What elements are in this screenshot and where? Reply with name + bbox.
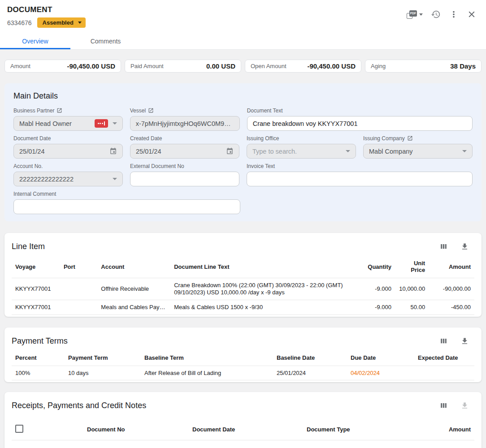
external-link-icon[interactable] [148,108,154,113]
chevron-down-icon [113,122,117,125]
main-details-section: Main Details Business Partner Mabl Head … [4,83,482,221]
cell-account: Offhire Receivable [97,278,170,300]
created-date-label: Created Date [130,135,162,142]
business-partner-label: Business Partner [13,108,54,114]
chevron-down-icon [113,178,117,180]
more-vert-icon [449,9,459,19]
summary-label: Amount [10,63,30,69]
tab-bar: Overview Comments [0,33,486,50]
calendar-icon [226,147,234,155]
summary-card-paid-amount: Paid Amount 0.00 USD [125,60,241,73]
issuing-office-label: Issuing Office [247,135,279,142]
document-text-field: Document Text [247,107,473,131]
vessel-label: Vessel [130,108,146,114]
chevron-down-icon [346,150,350,152]
column-header-expected-date: Expected Date [414,350,474,366]
external-link-icon[interactable] [56,108,62,113]
cell-payment-term: 10 days [65,366,141,380]
document-content: Amount -90,450.00 USD Paid Amount 0.00 U… [0,50,486,448]
close-button[interactable] [464,7,479,22]
empty-table-area [12,440,474,448]
receipts-section: Receipts, Payments and Credit Notes [4,392,482,448]
cell-port [60,278,97,300]
column-header-account: Account [97,255,170,278]
document-header: DOCUMENT 6334676 Assembled PDF [0,0,486,50]
column-header-unit-price: Unit Price [395,255,429,278]
payment-term-row[interactable]: 100% 10 days After Release of Bill of La… [12,366,474,380]
vessel-input: x-7pMnHjyjimtxgHOq6WC0M9SNft… [130,116,240,131]
summary-cards-row: Amount -90,450.00 USD Paid Amount 0.00 U… [4,60,482,73]
payment-terms-section: Payment Terms Percent Payment Term [4,327,482,382]
external-document-no-input[interactable] [130,172,239,186]
created-date-input: 25/01/24 [130,144,239,159]
column-header-amount: Amount [429,255,474,278]
cell-port [60,300,97,315]
summary-label: Paid Amount [130,63,164,69]
chevron-down-icon [462,150,467,152]
document-text-input[interactable] [247,116,473,131]
line-item-row[interactable]: KKYYX77001 Meals and Cables Pay… Meals &… [12,300,474,315]
line-item-section: Line Item Voyage Port Ac [4,233,482,317]
invoice-text-input[interactable] [247,172,473,186]
issuing-office-select: Type to search. [247,144,356,159]
tab-comments[interactable]: Comments [70,33,141,49]
account-no-field: Account No. 222222222222222 [13,163,123,186]
external-link-icon[interactable] [407,135,413,141]
line-item-row[interactable]: KKYYX77001 Offhire Receivable Crane Brea… [12,278,474,300]
invoice-text-label: Invoice Text [247,163,275,169]
internal-comment-input[interactable] [13,199,240,214]
issuing-company-field: Issuing Company Mabl Company [363,135,473,159]
document-text-label: Document Text [247,108,283,114]
download-button[interactable] [460,241,470,252]
pdf-icon: PDF [407,10,417,19]
cell-document-line-text: Crane Breakdown 100% (22:00 (GMT) 30/09/… [170,278,355,300]
document-date-input: 25/01/24 [13,144,123,159]
status-badge-label: Assembled [43,19,74,26]
internal-comment-field: Internal Comment [13,190,240,214]
chevron-down-icon [78,22,82,24]
tab-overview[interactable]: Overview [0,33,70,49]
column-header-percent: Percent [12,350,65,366]
cell-unit-price: 10,000.00 [395,278,429,300]
status-badge[interactable]: Assembled [37,17,86,28]
column-settings-button[interactable] [438,336,449,346]
line-item-table: Voyage Port Account Document Line Text Q… [12,255,474,315]
summary-card-amount: Amount -90,450.00 USD [4,60,121,73]
column-header-document-line-text: Document Line Text [170,255,355,278]
column-settings-button[interactable] [438,241,449,252]
summary-card-aging: Aging 38 Days [365,60,482,73]
internal-comment-label: Internal Comment [13,191,56,197]
issuing-office-field: Issuing Office Type to search. [247,135,356,159]
cell-voyage: KKYYX77001 [12,300,60,315]
cell-voyage: KKYYX77001 [12,278,60,300]
summary-value: -90,450.00 USD [307,62,356,70]
summary-value: -90,450.00 USD [67,62,115,70]
download-button[interactable] [460,336,470,346]
cell-amount: -90,000.00 [429,278,474,300]
column-settings-button[interactable] [438,401,449,411]
section-title: Line Item [12,241,45,252]
columns-icon [439,401,448,410]
vessel-field: Vessel x-7pMnHjyjimtxgHOq6WC0M9SNft… [130,107,240,131]
column-header-payment-term: Payment Term [65,350,141,366]
document-number: 6334676 [7,19,32,26]
summary-card-open-amount: Open Amount -90,450.00 USD [245,60,361,73]
history-icon [431,9,441,19]
summary-value: 0.00 USD [206,62,235,70]
history-button[interactable] [429,7,443,22]
cell-unit-price: 50.00 [395,300,429,315]
more-options-button[interactable] [447,7,461,22]
cell-percent: 100% [12,366,65,380]
page-title: DOCUMENT [7,5,86,14]
receipts-table: Document No Document Date Document Type … [12,419,474,440]
cell-quantity: -9.000 [355,300,395,315]
column-header-baseline-term: Baseline Term [141,350,273,366]
select-all-checkbox[interactable] [15,425,23,433]
download-icon [460,401,469,410]
pdf-export-button[interactable]: PDF [404,8,425,21]
cell-due-date: 04/02/2024 [347,366,414,380]
cell-expected-date [414,366,474,380]
payment-terms-table: Percent Payment Term Baseline Term Basel… [12,350,474,380]
issuing-company-select: Mabl Company [363,144,473,159]
external-document-no-field: External Document No [130,163,239,186]
